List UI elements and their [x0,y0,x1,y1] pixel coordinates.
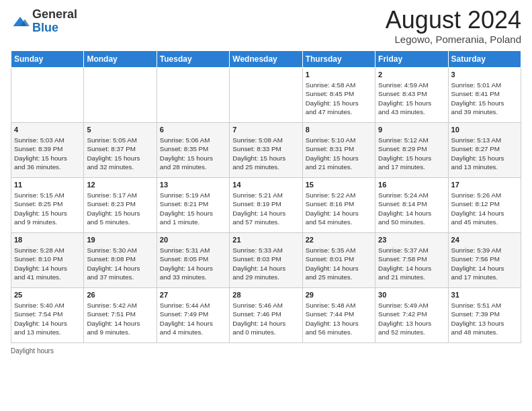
calendar-week-row: 1Sunrise: 4:58 AMSunset: 8:45 PMDaylight… [11,68,521,123]
calendar-cell: 13Sunrise: 5:19 AMSunset: 8:21 PMDayligh… [157,178,229,233]
day-number: 31 [451,290,518,300]
calendar-cell: 26Sunrise: 5:42 AMSunset: 7:51 PMDayligh… [84,288,157,343]
day-number: 20 [160,235,226,245]
calendar-cell: 27Sunrise: 5:44 AMSunset: 7:49 PMDayligh… [157,288,229,343]
weekday-header: Thursday [302,51,375,68]
day-number: 5 [87,125,153,135]
day-info: Sunrise: 5:01 AMSunset: 8:41 PMDaylight:… [451,81,504,116]
calendar-cell: 30Sunrise: 5:49 AMSunset: 7:42 PMDayligh… [375,288,448,343]
calendar-cell [230,68,302,123]
weekday-header: Sunday [11,51,84,68]
day-info: Sunrise: 5:42 AMSunset: 7:51 PMDaylight:… [87,302,140,336]
calendar-cell: 1Sunrise: 4:58 AMSunset: 8:45 PMDaylight… [302,68,375,123]
day-info: Sunrise: 5:13 AMSunset: 8:27 PMDaylight:… [451,136,504,171]
calendar-cell: 6Sunrise: 5:06 AMSunset: 8:35 PMDaylight… [157,123,229,178]
weekday-header: Wednesday [230,51,302,68]
day-info: Sunrise: 5:21 AMSunset: 8:19 PMDaylight:… [232,191,285,226]
day-number: 26 [87,290,153,300]
day-number: 10 [451,125,518,135]
day-info: Sunrise: 5:44 AMSunset: 7:49 PMDaylight:… [160,302,213,336]
calendar-cell: 17Sunrise: 5:26 AMSunset: 8:12 PMDayligh… [448,178,521,233]
logo-icon [11,12,30,31]
footer: Daylight hours [11,347,521,355]
calendar-cell: 25Sunrise: 5:40 AMSunset: 7:54 PMDayligh… [11,288,84,343]
calendar-cell: 14Sunrise: 5:21 AMSunset: 8:19 PMDayligh… [230,178,302,233]
day-number: 19 [87,235,153,245]
calendar-cell: 12Sunrise: 5:17 AMSunset: 8:23 PMDayligh… [84,178,157,233]
day-number: 17 [451,180,518,190]
day-number: 13 [160,180,226,190]
weekday-header: Friday [375,51,448,68]
day-number: 22 [306,235,372,245]
day-number: 9 [378,125,445,135]
calendar-week-row: 18Sunrise: 5:28 AMSunset: 8:10 PMDayligh… [11,233,521,288]
day-number: 23 [378,235,445,245]
calendar-cell [157,68,229,123]
calendar-cell: 24Sunrise: 5:39 AMSunset: 7:56 PMDayligh… [448,233,521,288]
day-info: Sunrise: 5:03 AMSunset: 8:39 PMDaylight:… [14,136,67,171]
day-info: Sunrise: 4:59 AMSunset: 8:43 PMDaylight:… [378,81,431,116]
weekday-header: Saturday [448,51,521,68]
calendar-cell: 3Sunrise: 5:01 AMSunset: 8:41 PMDaylight… [448,68,521,123]
day-info: Sunrise: 5:33 AMSunset: 8:03 PMDaylight:… [232,246,285,281]
calendar-week-row: 25Sunrise: 5:40 AMSunset: 7:54 PMDayligh… [11,288,521,343]
calendar-week-row: 11Sunrise: 5:15 AMSunset: 8:25 PMDayligh… [11,178,521,233]
day-info: Sunrise: 5:06 AMSunset: 8:35 PMDaylight:… [160,136,213,171]
day-number: 11 [14,180,81,190]
day-info: Sunrise: 5:19 AMSunset: 8:21 PMDaylight:… [160,191,213,226]
day-info: Sunrise: 5:31 AMSunset: 8:05 PMDaylight:… [160,246,213,281]
day-info: Sunrise: 5:46 AMSunset: 7:46 PMDaylight:… [232,302,285,336]
page: General Blue August 2024 Legowo, Pomeran… [0,0,532,411]
day-number: 24 [451,235,518,245]
day-info: Sunrise: 5:28 AMSunset: 8:10 PMDaylight:… [14,246,67,281]
calendar-cell: 28Sunrise: 5:46 AMSunset: 7:46 PMDayligh… [230,288,302,343]
day-info: Sunrise: 5:24 AMSunset: 8:14 PMDaylight:… [378,191,431,226]
day-info: Sunrise: 5:26 AMSunset: 8:12 PMDaylight:… [451,191,504,226]
calendar-cell: 11Sunrise: 5:15 AMSunset: 8:25 PMDayligh… [11,178,84,233]
calendar-cell: 7Sunrise: 5:08 AMSunset: 8:33 PMDaylight… [230,123,302,178]
day-number: 4 [14,125,81,135]
day-number: 8 [306,125,372,135]
weekday-header: Monday [84,51,157,68]
day-info: Sunrise: 4:58 AMSunset: 8:45 PMDaylight:… [306,81,359,116]
daylight-hours-label: Daylight hours [11,347,54,355]
title-block: August 2024 Legowo, Pomerania, Poland [386,8,521,45]
calendar-cell [84,68,157,123]
day-number: 16 [378,180,445,190]
day-number: 18 [14,235,81,245]
day-number: 3 [451,70,518,80]
calendar-cell: 18Sunrise: 5:28 AMSunset: 8:10 PMDayligh… [11,233,84,288]
logo: General Blue [11,8,77,35]
calendar-cell: 21Sunrise: 5:33 AMSunset: 8:03 PMDayligh… [230,233,302,288]
calendar-cell: 19Sunrise: 5:30 AMSunset: 8:08 PMDayligh… [84,233,157,288]
day-info: Sunrise: 5:22 AMSunset: 8:16 PMDaylight:… [306,191,359,226]
main-title: August 2024 [386,8,521,32]
day-number: 6 [160,125,226,135]
calendar-cell: 16Sunrise: 5:24 AMSunset: 8:14 PMDayligh… [375,178,448,233]
day-info: Sunrise: 5:37 AMSunset: 7:58 PMDaylight:… [378,246,431,281]
calendar-cell: 20Sunrise: 5:31 AMSunset: 8:05 PMDayligh… [157,233,229,288]
day-number: 21 [232,235,299,245]
day-info: Sunrise: 5:12 AMSunset: 8:29 PMDaylight:… [378,136,431,171]
calendar-cell: 29Sunrise: 5:48 AMSunset: 7:44 PMDayligh… [302,288,375,343]
day-info: Sunrise: 5:48 AMSunset: 7:44 PMDaylight:… [306,302,359,336]
day-number: 12 [87,180,153,190]
day-info: Sunrise: 5:51 AMSunset: 7:39 PMDaylight:… [451,302,504,336]
day-info: Sunrise: 5:39 AMSunset: 7:56 PMDaylight:… [451,246,504,281]
calendar-cell: 15Sunrise: 5:22 AMSunset: 8:16 PMDayligh… [302,178,375,233]
calendar-cell [11,68,84,123]
day-info: Sunrise: 5:35 AMSunset: 8:01 PMDaylight:… [306,246,359,281]
day-info: Sunrise: 5:17 AMSunset: 8:23 PMDaylight:… [87,191,140,226]
day-info: Sunrise: 5:30 AMSunset: 8:08 PMDaylight:… [87,246,140,281]
day-info: Sunrise: 5:49 AMSunset: 7:42 PMDaylight:… [378,302,431,336]
logo-blue: Blue [32,21,58,34]
day-info: Sunrise: 5:15 AMSunset: 8:25 PMDaylight:… [14,191,67,226]
day-number: 28 [232,290,299,300]
calendar-cell: 10Sunrise: 5:13 AMSunset: 8:27 PMDayligh… [448,123,521,178]
calendar-cell: 5Sunrise: 5:05 AMSunset: 8:37 PMDaylight… [84,123,157,178]
day-number: 30 [378,290,445,300]
day-number: 29 [306,290,372,300]
weekday-header-row: SundayMondayTuesdayWednesdayThursdayFrid… [11,51,521,68]
calendar-cell: 31Sunrise: 5:51 AMSunset: 7:39 PMDayligh… [448,288,521,343]
day-number: 1 [306,70,372,80]
